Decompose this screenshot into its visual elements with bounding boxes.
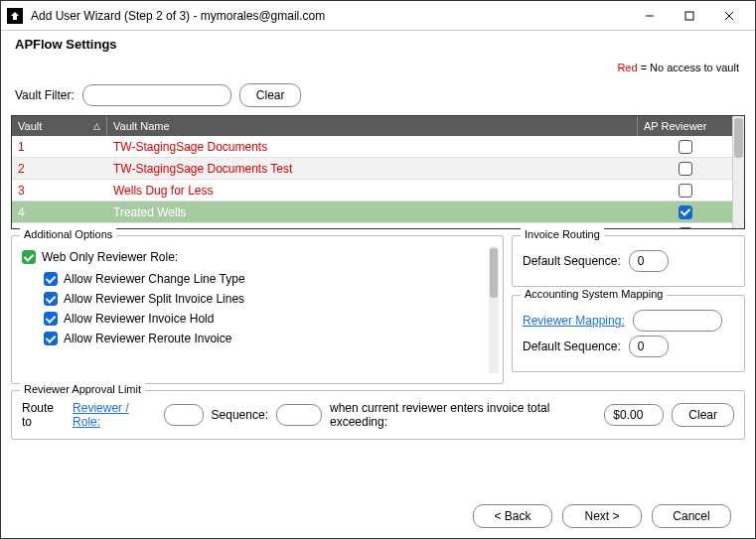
sub-option-label: Allow Reviewer Split Invoice Lines bbox=[64, 292, 244, 306]
col-ap-reviewer[interactable]: AP Reviewer bbox=[638, 116, 732, 136]
svg-rect-2 bbox=[685, 12, 693, 20]
page-title: APFlow Settings bbox=[15, 37, 745, 52]
sub-option-checkbox[interactable] bbox=[44, 272, 58, 286]
table-body: 1TW-StagingSage Documents2TW-StagingSage… bbox=[12, 136, 732, 228]
cell-vault: 1 bbox=[12, 140, 107, 154]
window-title: Add User Wizard (Step 2 of 3) - mymorale… bbox=[31, 9, 630, 23]
cell-ap-reviewer bbox=[638, 140, 732, 154]
vault-filter-input[interactable] bbox=[82, 84, 231, 106]
content: APFlow Settings Red = No access to vault… bbox=[1, 31, 755, 538]
ap-reviewer-checkbox[interactable] bbox=[679, 184, 692, 198]
cell-vault: 3 bbox=[12, 184, 107, 198]
col-vault-name[interactable]: Vault Name bbox=[107, 116, 638, 136]
approval-seq-input[interactable] bbox=[276, 404, 322, 426]
approval-reviewer-input[interactable] bbox=[164, 404, 204, 426]
additional-options-group: Additional Options Web Only Reviewer Rol… bbox=[11, 235, 504, 384]
minimize-button[interactable] bbox=[630, 1, 670, 31]
next-button[interactable]: Next > bbox=[562, 504, 642, 528]
table-row[interactable]: 1TW-StagingSage Documents bbox=[12, 136, 732, 158]
ap-reviewer-checkbox[interactable] bbox=[679, 162, 692, 176]
cell-vault-name: Wells Dug for Less bbox=[107, 184, 638, 198]
legend: Red = No access to vault bbox=[11, 62, 739, 73]
back-button[interactable]: < Back bbox=[473, 504, 552, 528]
cancel-button[interactable]: Cancel bbox=[652, 504, 731, 528]
approval-when-text: when current reviewer enters invoice tot… bbox=[330, 401, 596, 429]
routing-default-seq-input[interactable] bbox=[629, 250, 669, 272]
vault-filter-label: Vault Filter: bbox=[15, 88, 75, 102]
table-row[interactable]: 5Home on the Range Safety bbox=[12, 223, 732, 228]
approval-clear-button[interactable]: Clear bbox=[672, 403, 734, 427]
cell-vault: 4 bbox=[12, 205, 107, 219]
vault-table: Vault△ Vault Name AP Reviewer 1TW-Stagin… bbox=[11, 115, 745, 229]
ap-reviewer-checkbox[interactable] bbox=[679, 205, 692, 219]
web-only-reviewer-checkbox[interactable] bbox=[22, 250, 36, 264]
table-header: Vault△ Vault Name AP Reviewer bbox=[12, 116, 732, 136]
mapping-default-seq-label: Default Sequence: bbox=[523, 339, 621, 353]
close-button[interactable] bbox=[709, 1, 749, 31]
cell-vault-name: TW-StagingSage Documents Test bbox=[107, 162, 638, 176]
approval-amount-input[interactable] bbox=[604, 404, 664, 426]
cell-ap-reviewer bbox=[638, 227, 732, 229]
window: Add User Wizard (Step 2 of 3) - mymorale… bbox=[0, 0, 756, 539]
sub-option-checkbox[interactable] bbox=[44, 312, 58, 326]
table-row[interactable]: 3Wells Dug for Less bbox=[12, 180, 732, 202]
ap-reviewer-checkbox[interactable] bbox=[679, 140, 692, 154]
sub-option-checkbox[interactable] bbox=[44, 332, 58, 345]
route-to-label: Route to bbox=[22, 401, 65, 429]
table-row[interactable]: 2TW-StagingSage Documents Test bbox=[12, 158, 732, 180]
sub-option-checkbox[interactable] bbox=[44, 292, 58, 306]
approval-reviewer-link[interactable]: Reviewer / Role: bbox=[73, 401, 156, 429]
sub-option-label: Allow Reviewer Invoice Hold bbox=[64, 312, 214, 326]
legend-desc: = No access to vault bbox=[638, 62, 739, 73]
legend-red: Red bbox=[617, 62, 637, 73]
svg-marker-0 bbox=[11, 12, 19, 20]
app-icon bbox=[7, 8, 23, 24]
additional-options-title: Additional Options bbox=[20, 228, 116, 240]
sort-asc-icon: △ bbox=[93, 121, 100, 131]
routing-default-seq-label: Default Sequence: bbox=[523, 254, 621, 268]
invoice-routing-title: Invoice Routing bbox=[521, 228, 604, 240]
accounting-mapping-title: Accounting System Mapping bbox=[521, 288, 667, 300]
reviewer-approval-title: Reviewer Approval Limit bbox=[20, 383, 145, 395]
cell-ap-reviewer bbox=[638, 184, 732, 198]
approval-seq-label: Sequence: bbox=[212, 408, 268, 422]
reviewer-mapping-input[interactable] bbox=[633, 310, 722, 332]
table-row[interactable]: 4Treated Wells bbox=[12, 202, 732, 223]
maximize-button[interactable] bbox=[670, 1, 709, 31]
web-only-reviewer-label: Web Only Reviewer Role: bbox=[42, 250, 178, 264]
cell-vault-name: TW-StagingSage Documents bbox=[107, 140, 638, 154]
sub-option-label: Allow Reviewer Change Line Type bbox=[64, 272, 245, 286]
reviewer-approval-group: Reviewer Approval Limit Route to Reviewe… bbox=[11, 390, 745, 440]
cell-vault-name: Treated Wells bbox=[107, 205, 638, 219]
additional-options-scrollbar[interactable] bbox=[489, 246, 499, 373]
col-vault[interactable]: Vault△ bbox=[12, 116, 107, 136]
cell-ap-reviewer bbox=[638, 162, 732, 176]
reviewer-mapping-link[interactable]: Reviewer Mapping: bbox=[523, 314, 625, 328]
table-scrollbar[interactable] bbox=[732, 116, 744, 228]
invoice-routing-group: Invoice Routing Default Sequence: bbox=[512, 235, 745, 287]
sub-option-label: Allow Reviewer Reroute Invoice bbox=[64, 332, 231, 345]
vault-filter-clear-button[interactable]: Clear bbox=[239, 83, 302, 107]
mapping-default-seq-input[interactable] bbox=[629, 336, 669, 357]
ap-reviewer-checkbox[interactable] bbox=[679, 227, 692, 229]
titlebar: Add User Wizard (Step 2 of 3) - mymorale… bbox=[1, 1, 755, 31]
cell-ap-reviewer bbox=[638, 205, 732, 219]
accounting-mapping-group: Accounting System Mapping Reviewer Mappi… bbox=[512, 295, 745, 372]
vault-filter-row: Vault Filter: Clear bbox=[15, 83, 745, 107]
wizard-footer: < Back Next > Cancel bbox=[11, 494, 745, 528]
cell-vault: 2 bbox=[12, 162, 107, 176]
